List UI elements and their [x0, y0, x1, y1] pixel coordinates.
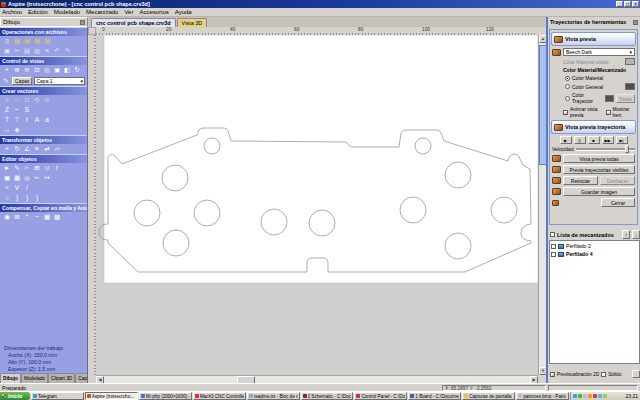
stop-button[interactable]: ■	[588, 136, 600, 144]
tray-icon-5[interactable]	[598, 394, 602, 398]
cut-icon[interactable]: ✂	[13, 47, 21, 55]
forward-button[interactable]: ▶▶	[602, 136, 614, 144]
taskbar-button-7[interactable]: 1 Board - C:\Documents ...	[408, 392, 461, 400]
join-vectors-icon[interactable]: ∪	[43, 164, 51, 172]
align-icon[interactable]: ≡	[33, 145, 41, 153]
panel-tab-dibujo[interactable]: Dibujo	[0, 373, 21, 383]
preview-toolpath-bar[interactable]: Vista previa trayectoria	[551, 120, 636, 134]
extend-icon[interactable]: ↦	[43, 174, 51, 182]
taskbar-button-8[interactable]: Capturas de pantalla	[462, 392, 515, 400]
tray-icon-4[interactable]	[593, 394, 597, 398]
todas-button[interactable]: Todas	[616, 94, 635, 103]
select-all-icon[interactable]: ▣	[3, 47, 11, 55]
vector-validator-icon[interactable]: V	[13, 184, 21, 192]
speed-slider[interactable]	[576, 148, 635, 151]
zoom-selected-icon[interactable]: ▣	[53, 66, 61, 74]
pin-icon[interactable]	[633, 20, 638, 25]
array-copy-icon[interactable]: ⊞	[13, 213, 21, 221]
taskbar-button-9[interactable]: patrones.bmp - Paint	[516, 392, 569, 400]
drawing-viewport[interactable]	[96, 35, 538, 375]
show-tool-checkbox[interactable]: ✓	[606, 110, 611, 115]
toolpath-item-0[interactable]: Perfilado 2	[551, 242, 638, 250]
export-vectors-icon[interactable]: ▤	[43, 37, 51, 45]
menu-modelado[interactable]: Modelado	[54, 9, 80, 15]
distort-icon[interactable]: ▱	[53, 145, 61, 153]
minimize-button[interactable]: _	[616, 1, 623, 7]
taskbar-button-6[interactable]: Control Panel - C:\Docu...	[354, 392, 407, 400]
ungroup-icon[interactable]: ▦	[13, 174, 21, 182]
panel-tab-modelado[interactable]: Modelado	[21, 373, 48, 383]
panel-tab-clipart-3d[interactable]: Clipart 3D	[48, 373, 75, 383]
draw-polygon-icon[interactable]: ◇	[33, 96, 41, 104]
text-box-icon[interactable]: T	[13, 116, 21, 124]
zoom-out-icon[interactable]: ⊖	[23, 66, 31, 74]
tray-icon-2[interactable]	[583, 394, 587, 398]
pin-icon[interactable]	[80, 20, 85, 25]
menu-archivo[interactable]: Archivo	[2, 9, 22, 15]
arc-fit-3-icon[interactable]: )	[33, 194, 41, 202]
taskbar-button-3[interactable]: Mach3 CNC Controller	[193, 392, 246, 400]
toolpath-list[interactable]: Perfilado 2Perfilado 4	[549, 240, 640, 364]
node-edit-icon[interactable]: ✎	[13, 164, 21, 172]
tray-icon-3[interactable]	[588, 394, 592, 398]
reset-preview-button[interactable]: Reiniciar	[563, 176, 598, 185]
toolpath-checkbox[interactable]	[551, 252, 556, 257]
speed-slider-thumb[interactable]	[625, 145, 629, 153]
zoom-in-icon[interactable]: ⊕	[13, 66, 21, 74]
start-button[interactable]: Inicio	[0, 392, 30, 400]
move-down-button[interactable]: ↓	[632, 230, 640, 239]
pause-button[interactable]: ||	[574, 136, 586, 144]
material-select[interactable]: Beech Dark▾	[563, 48, 635, 56]
draw-circle-icon[interactable]: ○	[3, 96, 11, 104]
convert-text-icon[interactable]: a	[43, 116, 51, 124]
color-toolpath-radio[interactable]	[565, 96, 570, 101]
toolpath-item-1[interactable]: Perfilado 4	[551, 250, 638, 258]
draw-polyline-icon[interactable]: Z	[3, 106, 11, 114]
taskbar-button-1[interactable]: Aspire (troisecrcho...	[85, 392, 138, 400]
draw-star-icon[interactable]: ☆	[43, 96, 51, 104]
pan-icon[interactable]: +	[3, 66, 11, 74]
toolpath-list-checkbox[interactable]	[550, 232, 555, 237]
color-material-radio[interactable]	[565, 76, 570, 81]
undo-icon[interactable]: ↶	[53, 47, 61, 55]
delete-icon[interactable]: ✕	[43, 47, 51, 55]
color-general-swatch[interactable]	[625, 83, 635, 90]
undo-last-button[interactable]: Deshacer ultimo	[600, 176, 635, 185]
interactive-trim-icon[interactable]: ✂	[23, 164, 31, 172]
draw-curve-icon[interactable]: ~	[13, 106, 21, 114]
layer-select[interactable]: Capa 1▾	[34, 77, 85, 85]
taskbar-button-2[interactable]: Mr.php (2000×1600) - G...	[139, 392, 192, 400]
save-file-icon[interactable]: ▤	[23, 37, 31, 45]
menu-accesorios[interactable]: Accesorios	[139, 9, 168, 15]
move-icon[interactable]: +	[3, 145, 11, 153]
scale-icon[interactable]: ∠	[23, 145, 31, 153]
drawing-panel-header[interactable]: Dibujo	[0, 17, 88, 27]
move-up-button[interactable]: ↑	[622, 230, 630, 239]
preview-section-bar[interactable]: Vista previa	[551, 32, 636, 46]
boolean-icon[interactable]: ◆	[13, 126, 21, 134]
preview-visible-toolpaths-button[interactable]: Previa trayectorias visibles	[563, 165, 635, 174]
tray-icon-0[interactable]	[573, 394, 577, 398]
layers-button[interactable]: Capas	[12, 77, 32, 85]
panel-tab-capas[interactable]: Capas	[75, 373, 88, 383]
animate-preview-checkbox[interactable]: ✓	[563, 110, 568, 115]
close-button[interactable]: ×	[632, 1, 639, 7]
menu-ver[interactable]: Ver	[124, 9, 133, 15]
preview-all-toolpaths-button[interactable]: Vista previa todas trayectorias	[563, 154, 635, 163]
refresh-view-icon[interactable]: ↻	[73, 66, 81, 74]
toolpaths-panel-header[interactable]: Trayectorias de herramientas	[546, 17, 640, 27]
menu-mecanizado[interactable]: Mecanizado	[86, 9, 118, 15]
copy-icon[interactable]: ▤	[23, 47, 31, 55]
tray-icon-6[interactable]	[603, 394, 607, 398]
zoom-extents-icon[interactable]: ◎	[43, 66, 51, 74]
close-preview-button[interactable]: Cerrar	[601, 198, 635, 207]
color-general-radio[interactable]	[565, 84, 570, 89]
rotate-icon[interactable]: ↻	[13, 145, 21, 153]
draw-text-icon[interactable]: T	[3, 116, 11, 124]
menu-ayuda[interactable]: Ayuda	[175, 9, 192, 15]
arc-fit-1-icon[interactable]: )	[13, 194, 21, 202]
detach-panel-button[interactable]	[632, 370, 640, 378]
text-on-curve-icon[interactable]: t	[23, 116, 31, 124]
solid-checkbox[interactable]	[601, 372, 606, 377]
new-drawing-icon[interactable]: ▯	[3, 37, 11, 45]
